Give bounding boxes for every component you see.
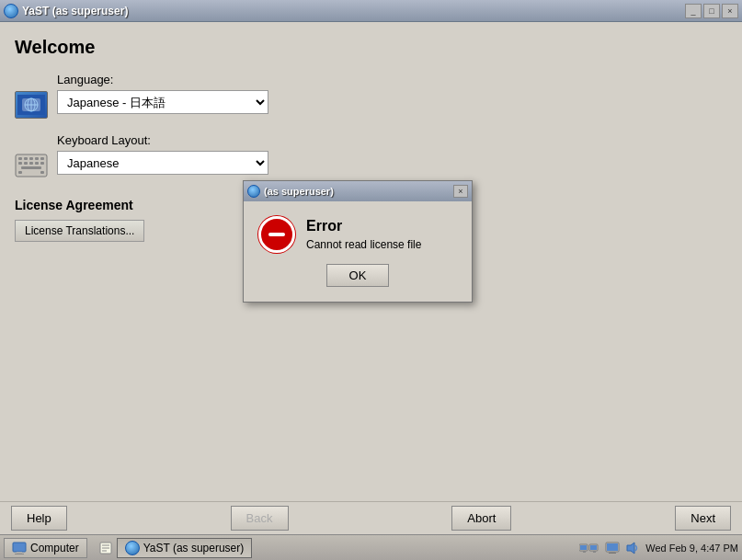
error-icon [258,216,295,253]
dialog-title: (as superuser) [264,186,334,197]
error-title: Error [306,218,421,234]
dialog-close-button[interactable]: × [453,185,468,198]
dialog-body: Error Cannot read license file OK [244,201,472,302]
dialog-ok-button[interactable]: OK [326,264,390,287]
dialog-ok-row: OK [326,264,390,287]
error-dash [268,233,285,236]
error-message: Cannot read license file [306,238,421,251]
error-dialog: (as superuser) × Error Cannot read licen… [243,180,473,303]
dialog-titlebar: (as superuser) × [244,181,472,201]
dialog-overlay: (as superuser) × Error Cannot read licen… [0,0,742,560]
dialog-text: Error Cannot read license file [306,218,421,251]
dialog-title-left: (as superuser) [247,185,334,198]
dialog-content: Error Cannot read license file [258,216,457,253]
dialog-icon [247,185,260,198]
